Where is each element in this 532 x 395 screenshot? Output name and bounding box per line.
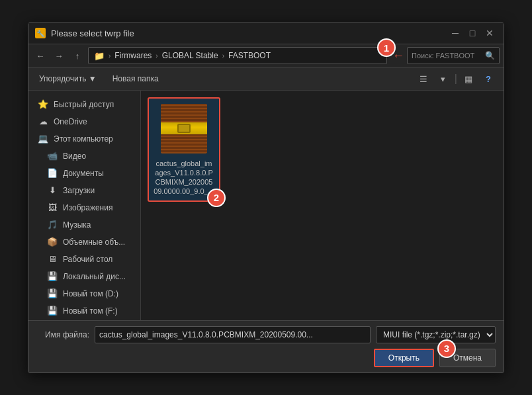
forward-button[interactable]: → (51, 48, 67, 64)
view-list-button[interactable]: ☰ (415, 71, 432, 86)
rar-buckle (177, 124, 191, 133)
rar-body (161, 104, 207, 154)
title-icon: 🔧 (35, 28, 46, 38)
view-buttons: ☰ ▾ | ▦ ? (415, 71, 497, 86)
downloads-icon: ⬇ (47, 185, 58, 196)
file-item[interactable]: cactus_global_images_V11.0.8.0.PCBMIXM_2… (148, 97, 220, 202)
music-icon: 🎵 (47, 220, 58, 230)
sidebar-label-quick-access: Быстрый доступ (54, 100, 114, 109)
file-name: cactus_global_images_V11.0.8.0.PCBMIXM_2… (154, 159, 214, 197)
rar-stripes-bottom (161, 134, 207, 154)
this-pc-icon: 💻 (38, 134, 48, 144)
sidebar-item-3d[interactable]: 📦 Объемные объ... (31, 234, 138, 251)
rar-file-icon (157, 103, 210, 155)
path-separator-2: › (155, 52, 157, 60)
cancel-button[interactable]: Отмена (439, 349, 496, 367)
sidebar-item-local-disk[interactable]: 💾 Локальный дис... (31, 268, 138, 285)
sidebar-item-documents[interactable]: 📄 Документы (31, 165, 138, 182)
sidebar-label-documents: Документы (63, 169, 104, 178)
organize-button[interactable]: Упорядочить ▼ (35, 72, 101, 85)
video-icon: 📹 (47, 151, 58, 161)
close-button[interactable]: ✕ (482, 26, 497, 40)
filename-label: Имя файла: (36, 330, 89, 339)
sidebar-label-drive-f: Новый том (F:) (63, 306, 118, 316)
sidebar-item-this-pc[interactable]: 💻 Этот компьютер (31, 130, 138, 148)
rar-stripes-top (161, 104, 207, 122)
sidebar-label-drive-d: Новый том (D:) (63, 289, 118, 298)
onedrive-icon: ☁ (38, 116, 48, 127)
sidebar-label-video: Видео (63, 152, 86, 161)
minimize-button[interactable]: ─ (448, 26, 463, 40)
drive-d-icon: 💾 (47, 288, 58, 299)
sidebar-label-local-disk: Локальный дис... (63, 272, 126, 281)
3d-icon: 📦 (47, 237, 58, 247)
view-details-button[interactable]: ▦ (460, 71, 477, 86)
sidebar-item-desktop[interactable]: 🖥 Рабочий стол (31, 251, 138, 268)
sidebar-item-music[interactable]: 🎵 Музыка (31, 216, 138, 234)
address-wrapper: 📁 › Firmwares › GLOBAL Stable › FASTBOOT… (88, 47, 404, 64)
filetype-select[interactable]: MIUI file (*.tgz;*.zip;*.tar.gz) (376, 326, 496, 343)
action-row: 3 Открыть Отмена (36, 349, 496, 367)
sidebar-item-downloads[interactable]: ⬇ Загрузки (31, 182, 138, 199)
search-bar[interactable]: Поиск: FASTBOOT 🔍 (407, 47, 500, 64)
drive-f-icon: 💾 (47, 306, 58, 316)
window-controls: ─ □ ✕ (448, 26, 497, 40)
toolbar-divider: | (455, 73, 457, 85)
documents-icon: 📄 (47, 168, 58, 179)
images-icon: 🖼 (47, 202, 58, 213)
title-bar: 🔧 Please select twrp file ─ □ ✕ (28, 23, 504, 44)
sidebar-item-drive-d[interactable]: 💾 Новый том (D:) (31, 285, 138, 302)
new-folder-button[interactable]: Новая папка (109, 72, 163, 85)
filename-input[interactable] (95, 326, 371, 343)
rar-belt (161, 122, 207, 134)
path-global-stable[interactable]: GLOBAL Stable (162, 51, 218, 60)
path-fastboot[interactable]: FASTBOOT (228, 51, 271, 60)
path-separator-3: › (222, 52, 224, 60)
search-icon[interactable]: 🔍 (485, 51, 495, 60)
sidebar: ⭐ Быстрый доступ ☁ OneDrive 💻 Этот компь… (28, 91, 141, 320)
path-firmwares[interactable]: Firmwares (114, 51, 152, 60)
sidebar-item-images[interactable]: 🖼 Изображения (31, 199, 138, 216)
back-button[interactable]: ← (32, 48, 48, 64)
sidebar-label-images: Изображения (63, 203, 112, 212)
main-area: ⭐ Быстрый доступ ☁ OneDrive 💻 Этот компь… (28, 91, 504, 320)
open-button[interactable]: Открыть (374, 349, 434, 367)
file-select-dialog: 🔧 Please select twrp file ─ □ ✕ ← → ↑ 📁 … (28, 22, 504, 373)
quick-access-icon: ⭐ (38, 99, 48, 110)
up-button[interactable]: ↑ (69, 48, 85, 64)
help-button[interactable]: ? (480, 71, 497, 86)
sidebar-label-this-pc: Этот компьютер (54, 134, 113, 144)
sidebar-item-quick-access[interactable]: ⭐ Быстрый доступ (31, 96, 138, 113)
search-placeholder: Поиск: FASTBOOT (412, 52, 474, 60)
sidebar-label-downloads: Загрузки (63, 186, 95, 195)
local-disk-icon: 💾 (47, 271, 58, 282)
sidebar-label-onedrive: OneDrive (54, 117, 87, 126)
sidebar-item-onedrive[interactable]: ☁ OneDrive (31, 113, 138, 130)
view-dropdown-button[interactable]: ▾ (435, 71, 452, 86)
path-separator-1: › (109, 52, 111, 60)
maximize-button[interactable]: □ (465, 26, 480, 40)
dialog-title: Please select twrp file (51, 28, 448, 38)
sidebar-label-music: Музыка (63, 220, 91, 230)
path-arrow-indicator: ← (392, 49, 404, 63)
sidebar-item-video[interactable]: 📹 Видео (31, 148, 138, 165)
content-area[interactable]: cactus_global_images_V11.0.8.0.PCBMIXM_2… (141, 91, 504, 320)
toolbar: Упорядочить ▼ Новая папка ☰ ▾ | ▦ ? (28, 68, 504, 91)
desktop-icon: 🖥 (47, 254, 58, 265)
bottom-bar: Имя файла: MIUI file (*.tgz;*.zip;*.tar.… (28, 320, 504, 373)
address-bar: ← → ↑ 📁 › Firmwares › GLOBAL Stable › FA… (28, 44, 504, 68)
sidebar-label-desktop: Рабочий стол (63, 255, 112, 264)
filename-row: Имя файла: MIUI file (*.tgz;*.zip;*.tar.… (36, 326, 496, 343)
sidebar-item-drive-f[interactable]: 💾 Новый том (F:) (31, 302, 138, 320)
sidebar-label-3d: Объемные объ... (63, 238, 125, 247)
address-path[interactable]: 📁 › Firmwares › GLOBAL Stable › FASTBOOT… (88, 47, 387, 64)
